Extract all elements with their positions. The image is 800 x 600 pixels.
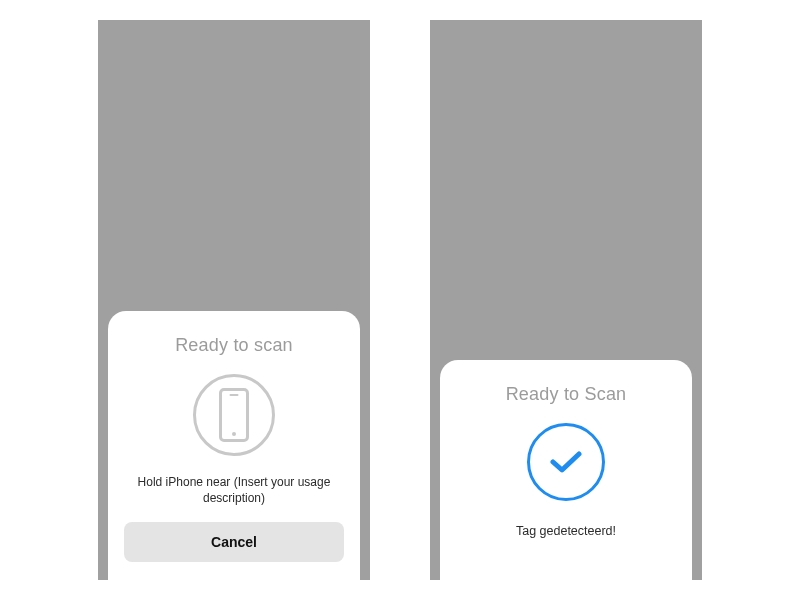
sheet-title: Ready to scan	[175, 335, 293, 356]
device-frame-right: Ready to Scan Tag gedetecteerd!	[430, 20, 702, 580]
nfc-scan-sheet: Ready to scan Hold iPhone near (Insert y…	[108, 311, 360, 580]
sheet-subtitle: Tag gedetecteerd!	[508, 523, 624, 540]
device-frame-left: Ready to scan Hold iPhone near (Insert y…	[98, 20, 370, 580]
phone-shape	[219, 388, 249, 442]
phone-outline-icon	[193, 374, 275, 456]
nfc-scan-sheet-success: Ready to Scan Tag gedetecteerd!	[440, 360, 692, 580]
sheet-title: Ready to Scan	[506, 384, 627, 405]
check-svg	[550, 450, 582, 474]
cancel-button[interactable]: Cancel	[124, 522, 344, 562]
sheet-subtitle: Hold iPhone near (Insert your usage desc…	[124, 474, 344, 506]
checkmark-icon	[527, 423, 605, 501]
